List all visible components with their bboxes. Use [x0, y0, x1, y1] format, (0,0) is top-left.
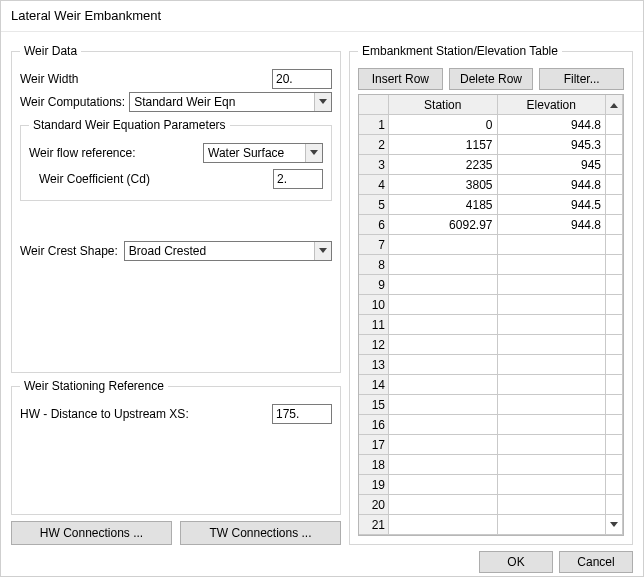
cancel-button[interactable]: Cancel	[559, 551, 633, 573]
cell-station[interactable]	[389, 475, 498, 495]
cell-elevation[interactable]: 944.8	[498, 215, 607, 235]
cell-station[interactable]	[389, 435, 498, 455]
combo-crest-shape-value: Broad Crested	[125, 242, 314, 260]
cell-station[interactable]	[389, 255, 498, 275]
ok-button[interactable]: OK	[479, 551, 553, 573]
scroll-track[interactable]	[606, 395, 623, 415]
cell-station[interactable]: 1157	[389, 135, 498, 155]
combo-flow-ref[interactable]: Water Surface	[203, 143, 323, 163]
right-panel: Embankment Station/Elevation Table Inser…	[349, 38, 633, 545]
cell-elevation[interactable]: 945	[498, 155, 607, 175]
insert-row-button[interactable]: Insert Row	[358, 68, 443, 90]
cell-station[interactable]: 6092.97	[389, 215, 498, 235]
scroll-track[interactable]	[606, 275, 623, 295]
window-title: Lateral Weir Embankment	[1, 1, 643, 32]
scroll-track[interactable]	[606, 335, 623, 355]
cell-elevation[interactable]	[498, 315, 607, 335]
table-corner	[359, 95, 389, 115]
table-row: 9	[359, 275, 623, 295]
cell-elevation[interactable]	[498, 255, 607, 275]
scroll-track[interactable]	[606, 315, 623, 335]
cell-station[interactable]: 4185	[389, 195, 498, 215]
table-row: 19	[359, 475, 623, 495]
table-row: 15	[359, 395, 623, 415]
cell-elevation[interactable]	[498, 335, 607, 355]
scroll-track[interactable]	[606, 235, 623, 255]
combo-crest-shape[interactable]: Broad Crested	[124, 241, 332, 261]
scroll-track[interactable]	[606, 475, 623, 495]
combo-weir-computations[interactable]: Standard Weir Eqn	[129, 92, 332, 112]
columns: Weir Data Weir Width Weir Computations: …	[11, 38, 633, 545]
cell-station[interactable]	[389, 235, 498, 255]
scroll-down-button[interactable]	[606, 515, 623, 535]
cell-elevation[interactable]	[498, 495, 607, 515]
scroll-track[interactable]	[606, 155, 623, 175]
delete-row-button[interactable]: Delete Row	[449, 68, 534, 90]
cell-elevation[interactable]: 944.8	[498, 115, 607, 135]
table-header: Station Elevation	[359, 95, 623, 115]
scroll-track[interactable]	[606, 495, 623, 515]
scroll-track[interactable]	[606, 255, 623, 275]
tw-connections-button[interactable]: TW Connections ...	[180, 521, 341, 545]
row-number: 9	[359, 275, 389, 295]
cell-station[interactable]	[389, 415, 498, 435]
combo-flow-ref-value: Water Surface	[204, 144, 305, 162]
input-weir-cd[interactable]	[273, 169, 323, 189]
cell-station[interactable]	[389, 335, 498, 355]
scroll-track[interactable]	[606, 135, 623, 155]
cell-elevation[interactable]: 944.8	[498, 175, 607, 195]
table-row: 7	[359, 235, 623, 255]
scroll-track[interactable]	[606, 355, 623, 375]
cell-elevation[interactable]	[498, 355, 607, 375]
cell-elevation[interactable]	[498, 275, 607, 295]
cell-station[interactable]	[389, 455, 498, 475]
cell-station[interactable]	[389, 275, 498, 295]
hw-connections-button[interactable]: HW Connections ...	[11, 521, 172, 545]
scroll-track[interactable]	[606, 215, 623, 235]
cell-station[interactable]	[389, 495, 498, 515]
cell-elevation[interactable]	[498, 235, 607, 255]
filter-button[interactable]: Filter...	[539, 68, 624, 90]
scroll-track[interactable]	[606, 175, 623, 195]
scroll-track[interactable]	[606, 195, 623, 215]
input-weir-width[interactable]	[272, 69, 332, 89]
scroll-track[interactable]	[606, 115, 623, 135]
cell-elevation[interactable]	[498, 435, 607, 455]
cell-station[interactable]	[389, 395, 498, 415]
cell-station[interactable]: 0	[389, 115, 498, 135]
cell-elevation[interactable]	[498, 295, 607, 315]
cell-elevation[interactable]	[498, 415, 607, 435]
cell-station[interactable]	[389, 315, 498, 335]
cell-station[interactable]: 3805	[389, 175, 498, 195]
scroll-track[interactable]	[606, 435, 623, 455]
label-weir-cd: Weir Coefficient (Cd)	[39, 172, 150, 186]
cell-station[interactable]	[389, 295, 498, 315]
cell-station[interactable]	[389, 355, 498, 375]
row-number: 1	[359, 115, 389, 135]
row-number: 5	[359, 195, 389, 215]
cell-elevation[interactable]	[498, 455, 607, 475]
scroll-track[interactable]	[606, 415, 623, 435]
cell-station[interactable]	[389, 375, 498, 395]
col-station[interactable]: Station	[389, 95, 498, 115]
cell-station[interactable]: 2235	[389, 155, 498, 175]
scroll-up-button[interactable]	[606, 95, 623, 115]
cell-elevation[interactable]: 945.3	[498, 135, 607, 155]
scroll-track[interactable]	[606, 375, 623, 395]
cell-elevation[interactable]	[498, 375, 607, 395]
group-weir-data: Weir Data Weir Width Weir Computations: …	[11, 44, 341, 373]
input-hw-distance[interactable]	[272, 404, 332, 424]
cell-station[interactable]	[389, 515, 498, 535]
row-number: 18	[359, 455, 389, 475]
cell-elevation[interactable]	[498, 515, 607, 535]
cell-elevation[interactable]	[498, 475, 607, 495]
col-elevation[interactable]: Elevation	[498, 95, 607, 115]
scroll-track[interactable]	[606, 455, 623, 475]
table-row: 16	[359, 415, 623, 435]
scroll-track[interactable]	[606, 295, 623, 315]
label-hw-distance: HW - Distance to Upstream XS:	[20, 407, 189, 421]
cell-elevation[interactable]: 944.5	[498, 195, 607, 215]
row-number: 8	[359, 255, 389, 275]
table-row: 43805944.8	[359, 175, 623, 195]
cell-elevation[interactable]	[498, 395, 607, 415]
